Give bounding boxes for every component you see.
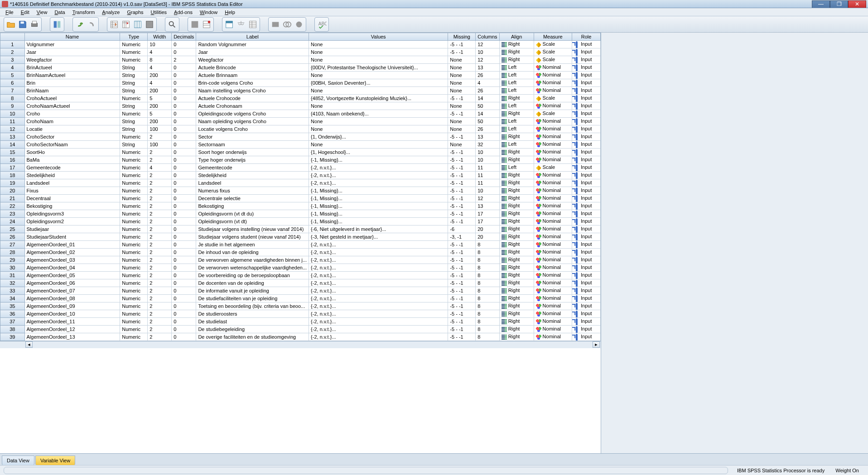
cell-values[interactable]: {4103, Naam onbekend}... — [309, 110, 448, 118]
table-row[interactable]: 3WeegfactorNumeric82WeegfactorNoneNone12… — [0, 56, 601, 64]
cell-values[interactable]: {-2, n.v.t.}... — [309, 164, 448, 172]
row-number[interactable]: 4 — [0, 64, 25, 72]
cell-label[interactable]: De studielast — [196, 318, 309, 326]
cell-name[interactable]: AlgemeenOordeel_03 — [24, 256, 120, 264]
cell-type[interactable]: Numeric — [120, 179, 148, 187]
cell-name[interactable]: BrinActueel — [24, 64, 120, 72]
row-number[interactable]: 31 — [0, 272, 25, 279]
cell-decimals[interactable]: 0 — [172, 125, 196, 133]
cell-role[interactable]: Input — [572, 226, 601, 233]
cell-align[interactable]: Right — [499, 172, 534, 179]
cell-role[interactable]: Input — [572, 249, 601, 256]
cell-columns[interactable]: 4 — [476, 79, 499, 87]
cell-role[interactable]: Input — [572, 187, 601, 195]
open-icon[interactable] — [5, 19, 17, 30]
cell-values[interactable]: None — [309, 125, 448, 133]
cell-align[interactable]: Right — [499, 279, 534, 287]
cell-decimals[interactable]: 0 — [172, 141, 196, 149]
cell-measure[interactable]: Nominal — [534, 156, 572, 164]
cell-measure[interactable]: Nominal — [534, 133, 572, 141]
row-number[interactable]: 23 — [0, 210, 25, 218]
cell-measure[interactable]: Nominal — [534, 333, 572, 341]
cell-label[interactable]: Weegfactor — [196, 56, 309, 64]
cell-missing[interactable]: -5 - -1 — [448, 41, 476, 48]
cell-label[interactable]: Jaar — [196, 48, 309, 56]
cell-type[interactable]: String — [120, 79, 148, 87]
cell-align[interactable]: Right — [499, 310, 534, 318]
cell-width[interactable]: 2 — [148, 279, 172, 287]
cell-values[interactable]: None — [309, 102, 448, 110]
cell-columns[interactable]: 10 — [476, 48, 499, 56]
cell-decimals[interactable]: 0 — [172, 149, 196, 156]
cell-label[interactable]: Opleidingsvorm (vt dt du) — [196, 210, 309, 218]
row-number[interactable]: 3 — [0, 56, 25, 64]
cell-type[interactable]: String — [120, 118, 148, 125]
cell-align[interactable]: Right — [499, 295, 534, 302]
cell-decimals[interactable]: 0 — [172, 287, 196, 295]
cell-label[interactable]: De verworven algemene vaardigheden binne… — [196, 256, 309, 264]
cell-measure[interactable]: Nominal — [534, 141, 572, 149]
cell-width[interactable]: 100 — [148, 141, 172, 149]
cell-missing[interactable]: -5 - -1 — [448, 279, 476, 287]
cell-type[interactable]: Numeric — [120, 295, 148, 302]
cell-label[interactable]: Opleidingsvorm (vt dt) — [196, 218, 309, 226]
cell-values[interactable]: None — [309, 118, 448, 125]
cell-measure[interactable]: Nominal — [534, 187, 572, 195]
cell-type[interactable]: Numeric — [120, 110, 148, 118]
row-number[interactable]: 34 — [0, 295, 25, 302]
cell-role[interactable]: Input — [572, 95, 601, 102]
cell-role[interactable]: Input — [572, 295, 601, 302]
cell-role[interactable]: Input — [572, 125, 601, 133]
cell-width[interactable]: 2 — [148, 310, 172, 318]
cell-name[interactable]: Croho — [24, 110, 120, 118]
table-row[interactable]: 8CrohoActueelNumeric50Actuele Crohocode{… — [0, 95, 601, 102]
cell-columns[interactable]: 17 — [476, 218, 499, 226]
cell-name[interactable]: Jaar — [24, 48, 120, 56]
cell-align[interactable]: Right — [499, 187, 534, 195]
cell-type[interactable]: Numeric — [120, 41, 148, 48]
cell-columns[interactable]: 8 — [476, 318, 499, 326]
cell-measure[interactable]: Nominal — [534, 87, 572, 95]
cell-label[interactable]: Locatie volgens Croho — [196, 125, 309, 133]
cell-measure[interactable]: Nominal — [534, 256, 572, 264]
col-decimals[interactable]: Decimals — [172, 33, 196, 41]
minimize-button[interactable]: — — [812, 0, 830, 8]
cell-name[interactable]: AlgemeenOordeel_08 — [24, 295, 120, 302]
cell-missing[interactable]: -5 - -1 — [448, 241, 476, 249]
cell-decimals[interactable]: 0 — [172, 118, 196, 125]
cell-label[interactable]: De verworven wetenschappelijke vaardighe… — [196, 264, 309, 272]
table-row[interactable]: 11CrohoNaamString2000Naam opleiding volg… — [0, 118, 601, 125]
cell-measure[interactable]: Nominal — [534, 272, 572, 279]
cell-type[interactable]: Numeric — [120, 95, 148, 102]
cell-width[interactable]: 2 — [148, 256, 172, 264]
row-number[interactable]: 17 — [0, 164, 25, 172]
table-row[interactable]: 26StudiejaarStudentNumeric20Studiejaar v… — [0, 233, 601, 241]
table-row[interactable]: 29AlgemeenOordeel_03Numeric20De verworve… — [0, 256, 601, 264]
cell-role[interactable]: Input — [572, 164, 601, 172]
cell-values[interactable]: {-2, n.v.t.}... — [309, 287, 448, 295]
select-cases-icon[interactable] — [201, 19, 212, 30]
cell-width[interactable]: 200 — [148, 102, 172, 110]
cell-type[interactable]: Numeric — [120, 133, 148, 141]
cell-decimals[interactable]: 0 — [172, 179, 196, 187]
cell-name[interactable]: Opleidingsvorm2 — [24, 218, 120, 226]
value-labels-icon[interactable] — [223, 19, 235, 30]
cell-columns[interactable]: 10 — [476, 149, 499, 156]
cell-name[interactable]: SoortHo — [24, 149, 120, 156]
cell-columns[interactable]: 8 — [476, 310, 499, 318]
cell-measure[interactable]: Nominal — [534, 210, 572, 218]
show-all-icon[interactable] — [281, 19, 293, 30]
cell-label[interactable]: De informatie vanuit je opleiding — [196, 287, 309, 295]
cell-width[interactable]: 2 — [148, 326, 172, 333]
cell-align[interactable]: Right — [499, 95, 534, 102]
table-row[interactable]: 21DecentraalNumeric20Decentrale selectie… — [0, 195, 601, 202]
cell-missing[interactable]: -5 - -1 — [448, 310, 476, 318]
table-row[interactable]: 12LocatieString1000Locatie volgens Croho… — [0, 125, 601, 133]
cell-columns[interactable]: 11 — [476, 164, 499, 172]
scroll-right-button[interactable]: ► — [593, 341, 600, 348]
cell-values[interactable]: {-2, n.v.t.}... — [309, 249, 448, 256]
row-number[interactable]: 7 — [0, 87, 25, 95]
cell-name[interactable]: AlgemeenOordeel_09 — [24, 302, 120, 310]
col-align[interactable]: Align — [499, 33, 534, 41]
cell-label[interactable]: Decentrale selectie — [196, 195, 309, 202]
